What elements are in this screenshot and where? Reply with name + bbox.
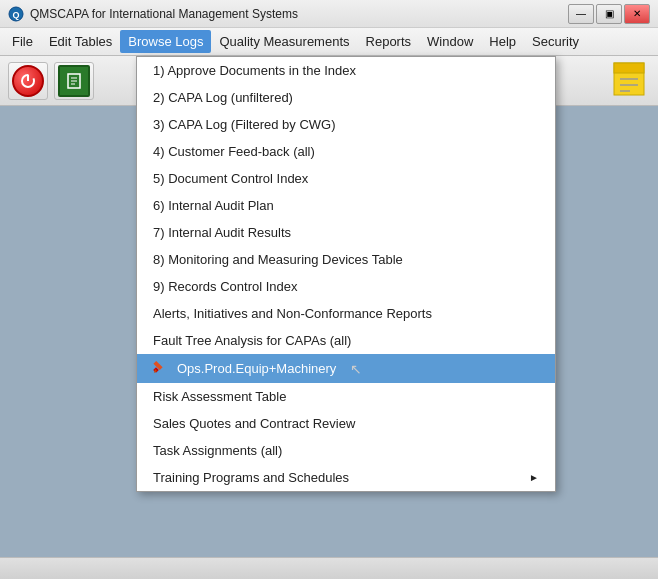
dropdown-item-10[interactable]: Alerts, Initiatives and Non-Conformance … [137,300,555,327]
menu-edit-tables[interactable]: Edit Tables [41,30,120,53]
dropdown-item-1[interactable]: 1) Approve Documents in the Index [137,57,555,84]
sticky-note-icon [610,59,650,102]
dropdown-item-15[interactable]: Task Assignments (all) [137,437,555,464]
mouse-cursor: ↖ [350,361,362,377]
restore-button[interactable]: ▣ [596,4,622,24]
minimize-button[interactable]: — [568,4,594,24]
dropdown-item-7[interactable]: 7) Internal Audit Results [137,219,555,246]
svg-text:Q: Q [12,10,19,20]
document-button[interactable] [54,62,94,100]
dropdown-item-14[interactable]: Sales Quotes and Contract Review [137,410,555,437]
menu-bar: File Edit Tables Browse Logs Quality Mea… [0,28,658,56]
menu-browse-logs[interactable]: Browse Logs [120,30,211,53]
dropdown-item-9[interactable]: 9) Records Control Index [137,273,555,300]
menu-help[interactable]: Help [481,30,524,53]
dropdown-item-16[interactable]: Training Programs and Schedules ► [137,464,555,491]
menu-reports[interactable]: Reports [358,30,420,53]
menu-file[interactable]: File [4,30,41,53]
dropdown-item-5[interactable]: 5) Document Control Index [137,165,555,192]
dropdown-item-13[interactable]: Risk Assessment Table [137,383,555,410]
dropdown-item-2[interactable]: 2) CAPA Log (unfiltered) [137,84,555,111]
menu-window[interactable]: Window [419,30,481,53]
submenu-arrow: ► [529,472,539,483]
menu-security[interactable]: Security [524,30,587,53]
dropdown-item-4[interactable]: 4) Customer Feed-back (all) [137,138,555,165]
power-icon [12,65,44,97]
close-button[interactable]: ✕ [624,4,650,24]
menu-quality-measurements[interactable]: Quality Measurements [211,30,357,53]
app-icon: Q [8,6,24,22]
window-controls: — ▣ ✕ [568,4,650,24]
browse-logs-dropdown: 1) Approve Documents in the Index 2) CAP… [136,56,556,492]
power-button[interactable] [8,62,48,100]
dropdown-item-6[interactable]: 6) Internal Audit Plan [137,192,555,219]
dropdown-item-12[interactable]: Ops.Prod.Equip+Machinery ↖ [137,354,555,383]
status-bar [0,557,658,579]
pencil-icon [153,360,167,377]
document-icon [58,65,90,97]
title-bar: Q QMSCAPA for International Management S… [0,0,658,28]
dropdown-item-3[interactable]: 3) CAPA Log (Filtered by CWG) [137,111,555,138]
app-title: QMSCAPA for International Management Sys… [30,7,298,21]
svg-rect-9 [614,63,644,73]
dropdown-item-8[interactable]: 8) Monitoring and Measuring Devices Tabl… [137,246,555,273]
dropdown-item-11[interactable]: Fault Tree Analysis for CAPAs (all) [137,327,555,354]
